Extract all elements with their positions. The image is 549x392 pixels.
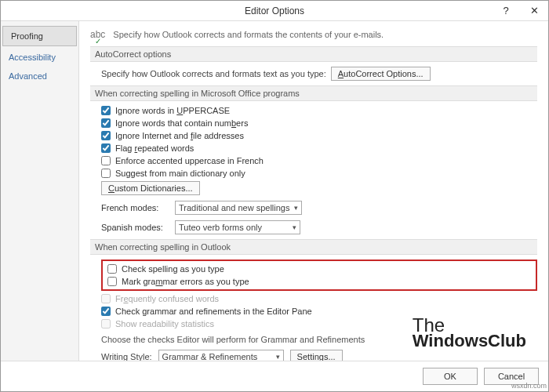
autocorrect-row: Specify how Outlook corrects and formats… — [101, 67, 537, 81]
section-autocorrect-title: AutoCorrect options — [90, 46, 537, 62]
cb-confused-words: Frequently confused words — [101, 294, 537, 303]
cb-french-accent-input[interactable] — [101, 156, 111, 165]
cb-internet[interactable]: Ignore Internet and file addresses — [101, 131, 537, 140]
ok-button[interactable]: OK — [423, 368, 478, 385]
cb-uppercase[interactable]: Ignore words in UPPERCASE — [101, 106, 537, 115]
cb-numbers-input[interactable] — [101, 118, 111, 128]
writing-style-dropdown[interactable]: Grammar & Refinements▾ — [158, 350, 284, 361]
custom-dictionaries-button[interactable]: Custom Dictionaries... — [101, 181, 200, 195]
corner-watermark: wsxdn.com — [511, 382, 547, 390]
window-title: Editor Options — [1, 5, 548, 16]
cb-confused-words-input — [101, 294, 111, 303]
section-autocorrect: Specify how Outlook corrects and formats… — [90, 67, 537, 81]
sidebar-item-proofing[interactable]: Proofing — [2, 26, 77, 46]
refinements-help: Choose the checks Editor will perform fo… — [101, 335, 537, 344]
cb-editor-pane[interactable]: Check grammar and refinements in the Edi… — [101, 307, 537, 316]
sidebar-item-advanced[interactable]: Advanced — [1, 67, 78, 85]
autocorrect-desc: Specify how Outlook corrects and formats… — [101, 69, 326, 78]
panel-description: Specify how Outlook corrects and formats… — [113, 30, 384, 39]
cb-check-spelling[interactable]: Check spelling as you type — [107, 264, 531, 274]
cb-editor-pane-input[interactable] — [101, 307, 111, 316]
title-controls: ? ✕ — [492, 1, 548, 20]
spanish-modes-dropdown[interactable]: Tuteo verb forms only▾ — [175, 220, 300, 234]
french-modes-label: French modes: — [101, 203, 169, 212]
cb-mark-grammar-input[interactable] — [107, 277, 117, 286]
cb-uppercase-input[interactable] — [101, 106, 111, 115]
help-button[interactable]: ? — [492, 1, 520, 20]
cb-main-dict-input[interactable] — [101, 169, 111, 178]
titlebar: Editor Options ? ✕ — [1, 1, 548, 21]
settings-button[interactable]: Settings... — [290, 350, 343, 361]
section-outlook-spell-title: When correcting spelling in Outlook — [90, 239, 537, 255]
autocorrect-options-button[interactable]: AutoCorrect Options... — [331, 67, 431, 81]
chevron-down-icon: ▾ — [294, 204, 298, 212]
sidebar: Proofing Accessibility Advanced — [1, 21, 79, 361]
cb-repeated-input[interactable] — [101, 143, 111, 153]
dialog-window: Editor Options ? ✕ Proofing Accessibilit… — [0, 0, 549, 392]
chevron-down-icon: ▾ — [293, 223, 296, 231]
panel-header: abc Specify how Outlook corrects and for… — [90, 29, 537, 40]
cb-check-spelling-input[interactable] — [107, 264, 117, 274]
cb-mark-grammar[interactable]: Mark grammar errors as you type — [107, 277, 531, 286]
close-button[interactable]: ✕ — [520, 1, 548, 20]
main-panel: abc Specify how Outlook corrects and for… — [79, 21, 548, 361]
cb-readability: Show readability statistics — [101, 319, 537, 328]
cb-repeated[interactable]: Flag repeated words — [101, 143, 537, 153]
writing-style-row: Writing Style: Grammar & Refinements▾ Se… — [101, 350, 537, 361]
spanish-modes-row: Spanish modes: Tuteo verb forms only▾ — [101, 220, 537, 234]
french-modes-row: French modes: Traditional and new spelli… — [101, 201, 537, 215]
section-office-spell: Ignore words in UPPERCASE Ignore words t… — [90, 106, 537, 234]
cb-readability-input — [101, 319, 111, 328]
highlight-box: Check spelling as you type Mark grammar … — [101, 260, 537, 291]
chevron-down-icon: ▾ — [276, 353, 280, 361]
section-outlook-spell: Check spelling as you type Mark grammar … — [90, 260, 537, 361]
cb-french-accent[interactable]: Enforce accented uppercase in French — [101, 156, 537, 165]
french-modes-dropdown[interactable]: Traditional and new spellings▾ — [175, 201, 302, 215]
spanish-modes-label: Spanish modes: — [101, 223, 169, 232]
writing-style-label: Writing Style: — [101, 352, 152, 361]
sidebar-item-accessibility[interactable]: Accessibility — [1, 48, 78, 67]
cb-internet-input[interactable] — [101, 131, 111, 140]
content-area: Proofing Accessibility Advanced abc Spec… — [1, 21, 548, 361]
cb-main-dict[interactable]: Suggest from main dictionary only — [101, 169, 537, 178]
proofing-icon: abc — [90, 29, 105, 40]
dialog-footer: OK Cancel — [1, 361, 548, 391]
section-office-spell-title: When correcting spelling in Microsoft Of… — [90, 85, 537, 101]
cb-numbers[interactable]: Ignore words that contain numbers — [101, 118, 537, 128]
